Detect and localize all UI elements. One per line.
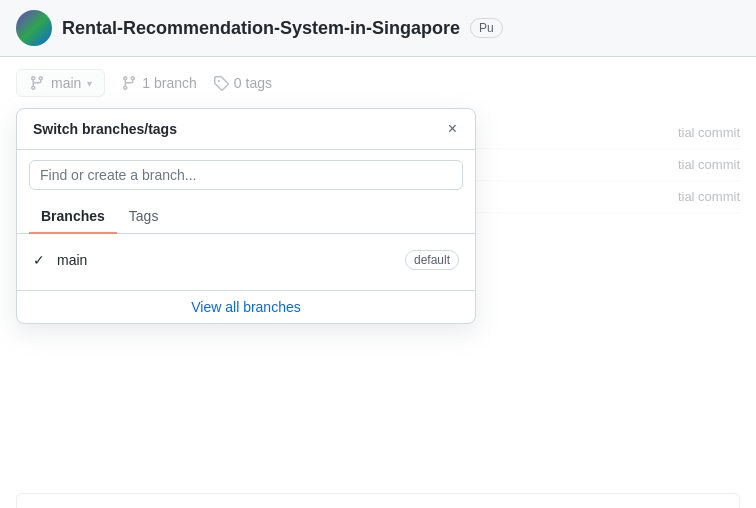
tab-tags[interactable]: Tags [117,200,171,234]
search-container [17,150,475,200]
branch-count-label: 1 branch [142,75,196,91]
tab-bar: Branches Tags [17,200,475,234]
tab-branches[interactable]: Branches [29,200,117,234]
default-badge: default [405,250,459,270]
commit-message-3: tial commit [678,189,740,204]
checkmark-icon: ✓ [33,252,49,268]
tag-count-label: 0 tags [234,75,272,91]
branch-count-item[interactable]: 1 branch [121,75,196,91]
chevron-down-icon: ▾ [87,78,92,89]
branch-name: main [51,75,81,91]
close-button[interactable]: × [446,119,459,139]
branch-item-name: main [57,252,87,268]
header-bar: Rental-Recommendation-System-in-Singapor… [0,0,756,57]
branch-selector-button[interactable]: main ▾ [16,69,105,97]
branch-item-left: ✓ main [33,252,87,268]
toolbar: main ▾ 1 branch 0 tags [0,57,756,109]
branch-count-icon [121,75,137,91]
readme-section: README.md [16,493,740,508]
meta-info: 1 branch 0 tags [121,75,272,91]
branch-search-input[interactable] [29,160,463,190]
dropdown-title: Switch branches/tags [33,121,177,137]
branch-dropdown: Switch branches/tags × Branches Tags ✓ m… [16,108,476,324]
public-badge: Pu [470,18,503,38]
tag-icon [213,75,229,91]
repo-avatar [16,10,52,46]
view-all-branches-link[interactable]: View all branches [17,290,475,323]
repo-title: Rental-Recommendation-System-in-Singapor… [62,18,460,39]
branch-icon [29,75,45,91]
tag-count-item[interactable]: 0 tags [213,75,272,91]
commit-message-1: tial commit [678,125,740,140]
commit-message-2: tial commit [678,157,740,172]
branch-list: ✓ main default [17,234,475,286]
dropdown-header: Switch branches/tags × [17,109,475,150]
list-item[interactable]: ✓ main default [17,242,475,278]
